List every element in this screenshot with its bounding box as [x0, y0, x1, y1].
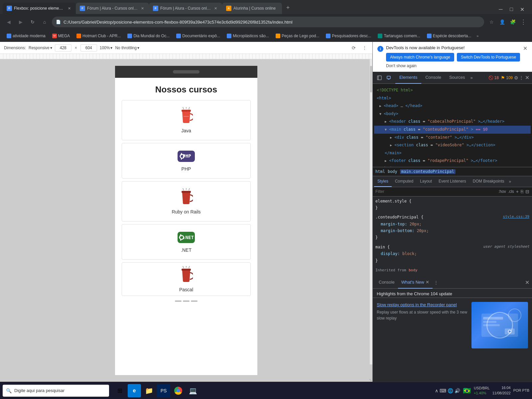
course-card-php[interactable]: PHP PHP — [122, 143, 251, 179]
zoom-select[interactable]: 100% ▾ — [100, 46, 113, 50]
course-card-pascal[interactable]: Pascal — [122, 262, 251, 296]
tab-close-1[interactable]: ✕ — [66, 6, 72, 11]
html-line-section[interactable]: ▶ <section class = "videoSobre" >…</sect… — [374, 141, 531, 149]
tab-4[interactable]: A Alurinha | Cursos online — [222, 3, 282, 14]
taskbar-app-edge[interactable]: e — [128, 384, 141, 397]
responsive-menu-icon[interactable]: ⋮ — [360, 44, 368, 52]
bookmark-dia[interactable]: Dia Mundial do Oc... — [125, 32, 172, 40]
taskbar-app-windows[interactable]: ⊞ — [113, 384, 126, 397]
back-button[interactable]: ◀ — [4, 17, 13, 27]
inspect-element-button[interactable] — [375, 74, 383, 82]
hov-button[interactable]: :hov — [498, 189, 506, 194]
copy-style-button[interactable]: ⎘ — [521, 189, 523, 194]
add-style-button[interactable]: + — [516, 189, 519, 194]
device-toolbar-button[interactable] — [385, 74, 393, 82]
html-line-html[interactable]: <html> — [374, 94, 531, 102]
rotate-icon[interactable]: ⟳ — [350, 44, 358, 52]
devtools-close-button[interactable]: ✕ — [525, 74, 529, 81]
html-line-head[interactable]: ▶ <head> … </head> — [374, 102, 531, 110]
breadcrumb-main[interactable]: main.conteudoPrincipal — [400, 169, 456, 174]
bookmark-mega[interactable]: M MEGA — [50, 32, 72, 40]
bookmark-doc[interactable]: Documentário expô... — [174, 32, 223, 40]
subtab-event-listeners[interactable]: Event Listeners — [435, 176, 469, 187]
devtools-settings-button[interactable]: ⚙ — [514, 75, 518, 80]
taskbar-search[interactable]: 🔍 Digite aqui para pesquisar — [3, 385, 109, 397]
styles-filter-input[interactable] — [375, 189, 496, 194]
url-bar[interactable]: 📄 C:/Users/Gabriel/Desktop/posicione-ele… — [52, 17, 484, 27]
course-card-java[interactable]: Java — [122, 100, 251, 140]
course-card-ruby[interactable]: Ruby on Rails — [122, 181, 251, 221]
forward-button[interactable]: ▶ — [16, 17, 25, 27]
html-line-main-close[interactable]: </main> — [374, 149, 531, 157]
tab-1[interactable]: F Flexbox: posicione elementos na... ✕ — [3, 3, 76, 14]
sys-keyboard-icon[interactable]: ⌨ — [440, 388, 446, 393]
home-button[interactable]: ⌂ — [40, 17, 49, 27]
tab-2[interactable]: F Fórum | Alura - Cursos online de... ✕ — [76, 3, 149, 14]
bottom-panel-close[interactable]: ✕ — [525, 279, 529, 286]
warning-count-badge[interactable]: ⚑ 109 — [501, 75, 513, 80]
bookmark-pesqui[interactable]: Pesquisadores desc... — [323, 32, 374, 40]
sys-network-icon[interactable]: 🌐 — [448, 388, 453, 393]
throttle-select[interactable]: No throttling ▾ — [115, 46, 139, 50]
bookmark-micro[interactable]: Microplásticos são... — [224, 32, 272, 40]
taskbar-app-terminal[interactable]: PS — [157, 384, 170, 397]
width-input[interactable] — [55, 44, 71, 52]
devtools-more-button[interactable]: ⋮ — [519, 75, 524, 80]
bookmark-hotmart[interactable]: Hotmart Club - APR... — [74, 32, 123, 40]
css-source-conteudo[interactable]: style.css:39 — [503, 214, 529, 220]
tab-sources[interactable]: Sources — [445, 72, 469, 84]
subtab-styles[interactable]: Styles — [374, 176, 392, 187]
tab-elements[interactable]: Elements — [395, 72, 421, 84]
whatsnew-tab-close[interactable]: ✕ — [426, 280, 429, 285]
tab-3[interactable]: F Fórum | Alura - Cursos online de... ✕ — [149, 3, 222, 14]
resize-handle[interactable]: ⤡ — [368, 378, 372, 382]
dont-show-again[interactable]: Don't show again — [386, 64, 520, 68]
course-card-dotnet[interactable]: .NET .NET — [122, 224, 251, 260]
bookmarks-more[interactable]: » — [475, 33, 480, 39]
html-line-div-container[interactable]: ▶ <div class = "container" >…</div> — [374, 134, 531, 142]
sys-speaker-icon[interactable]: 🔊 — [455, 388, 460, 393]
error-count-badge[interactable]: 🚫 18 — [488, 75, 499, 80]
breadcrumb-body[interactable]: body — [388, 169, 397, 174]
profile-button[interactable]: 👤 — [497, 17, 507, 27]
bookmark-tartaruga[interactable]: Tartarugas comem... — [375, 32, 423, 40]
devtools-tabs-more[interactable]: » — [469, 75, 474, 80]
close-window[interactable]: ✕ — [517, 5, 527, 14]
whatsnew-item-title[interactable]: Slow replay options in the Recorder pane… — [377, 302, 467, 308]
subtab-dom-breakpoints[interactable]: DOM Breakpoints — [469, 176, 508, 187]
notification-close-button[interactable]: ✕ — [523, 45, 527, 52]
tab-console[interactable]: Console — [421, 72, 445, 84]
html-line-footer[interactable]: ▶ <footer class = "rodapePrincipal" >…</… — [374, 157, 531, 165]
sys-chevron-icon[interactable]: ∧ — [435, 388, 438, 393]
html-line-doctype[interactable]: <!DOCTYPE html> — [374, 86, 531, 94]
maximize-window[interactable]: □ — [507, 5, 516, 14]
breadcrumb-html[interactable]: html — [375, 169, 385, 174]
reload-button[interactable]: ↻ — [28, 17, 37, 27]
taskbar-app-vscode[interactable]: 💻 — [186, 384, 200, 397]
bottom-tab-whatsnew[interactable]: What's New ✕ — [398, 277, 433, 289]
bookmarks-star[interactable]: ☆ — [487, 17, 496, 27]
html-line-body-open[interactable]: ▼ <body> — [374, 110, 531, 118]
device-select[interactable]: Responsive ▾ — [29, 46, 52, 50]
bottom-tab-console[interactable]: Console — [375, 277, 398, 289]
taskbar-app-files[interactable]: 📁 — [142, 384, 156, 397]
inherited-body-tag[interactable]: body — [409, 268, 418, 272]
html-line-main[interactable]: ⋮ ▼ <main class = "conteudoPrincipal" > … — [374, 126, 531, 134]
html-line-header[interactable]: ▶ <header class = "cabecalhoPrincipal" >… — [374, 118, 531, 126]
switch-devtools-button[interactable]: Switch DevTools to Portuguese — [457, 53, 520, 62]
toggle-style-button[interactable]: ⊟ — [525, 189, 529, 194]
taskbar-app-chrome[interactable] — [172, 384, 185, 397]
match-language-button[interactable]: Always match Chrome's language — [386, 53, 454, 62]
tab-close-3[interactable]: ✕ — [213, 6, 218, 11]
minimize-window[interactable]: ─ — [496, 5, 505, 14]
extensions-button[interactable]: 🧩 — [508, 17, 517, 27]
cls-button[interactable]: .cls — [508, 189, 514, 194]
bookmark-especie[interactable]: Espécie descoberta... — [424, 32, 474, 40]
new-tab-button[interactable]: + — [283, 3, 293, 12]
styles-subtab-more[interactable]: » — [508, 179, 513, 184]
chrome-menu[interactable]: ⋮ — [519, 17, 528, 27]
subtab-computed[interactable]: Computed — [392, 176, 417, 187]
tab-close-2[interactable]: ✕ — [140, 6, 145, 11]
bookmark-atividade[interactable]: atividade moderna — [4, 32, 48, 40]
height-input[interactable] — [80, 44, 97, 52]
